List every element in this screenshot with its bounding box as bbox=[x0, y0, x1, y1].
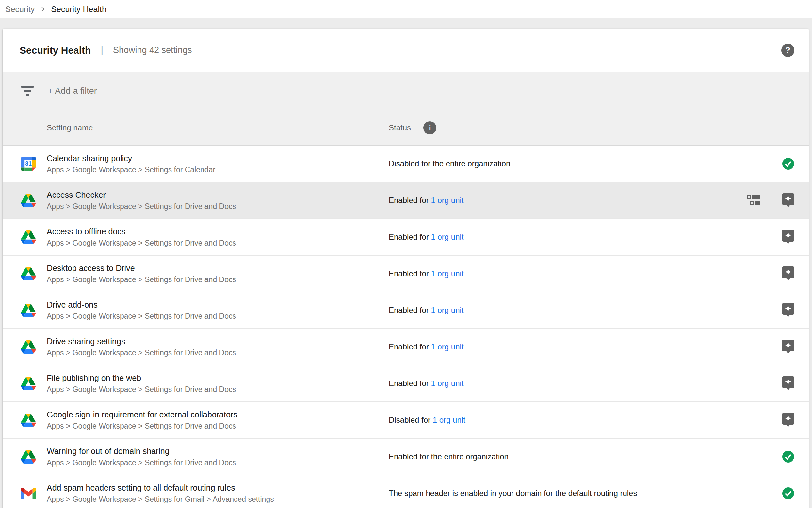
column-status: Status bbox=[389, 123, 411, 132]
table-row[interactable]: Google sign-in requirement for external … bbox=[3, 402, 809, 439]
setting-title: Desktop access to Drive bbox=[47, 263, 236, 273]
setting-title: Access to offline docs bbox=[47, 226, 236, 237]
table-row[interactable]: File publishing on the web Apps > Google… bbox=[3, 366, 809, 402]
setting-status: Enabled for 1 org unit bbox=[389, 379, 464, 388]
breadcrumb-current: Security Health bbox=[51, 5, 106, 14]
calendar-icon: 31 bbox=[21, 156, 36, 171]
status-ok-icon bbox=[782, 450, 794, 464]
org-unit-link[interactable]: 1 org unit bbox=[431, 232, 464, 241]
help-icon[interactable]: ? bbox=[781, 44, 794, 57]
drive-icon bbox=[21, 376, 36, 391]
table-row[interactable]: Desktop access to Drive Apps > Google Wo… bbox=[3, 256, 809, 292]
filter-icon bbox=[21, 86, 34, 96]
status-ok-icon bbox=[782, 157, 794, 171]
setting-title: Calendar sharing policy bbox=[47, 153, 215, 163]
setting-path: Apps > Google Workspace > Settings for D… bbox=[47, 311, 236, 321]
org-unit-link[interactable]: 1 org unit bbox=[431, 306, 464, 314]
recommendation-flag-icon[interactable] bbox=[782, 303, 794, 318]
table-row[interactable]: Access to offline docs Apps > Google Wor… bbox=[3, 219, 809, 256]
add-filter-control[interactable]: + Add a filter bbox=[3, 72, 809, 110]
setting-title: Drive add-ons bbox=[47, 300, 236, 310]
recommendation-flag-icon[interactable] bbox=[782, 230, 794, 244]
settings-count: Showing 42 settings bbox=[113, 45, 192, 55]
setting-title: Access Checker bbox=[47, 190, 236, 200]
drive-icon bbox=[21, 449, 36, 464]
setting-status: Disabled for the entire organization bbox=[389, 159, 510, 168]
setting-path: Apps > Google Workspace > Settings for D… bbox=[47, 458, 236, 467]
setting-status: Enabled for 1 org unit bbox=[389, 269, 464, 278]
title-separator: | bbox=[101, 45, 103, 55]
setting-path: Apps > Google Workspace > Settings for G… bbox=[47, 494, 274, 504]
setting-path: Apps > Google Workspace > Settings for D… bbox=[47, 201, 236, 211]
setting-status: Enabled for 1 org unit bbox=[389, 306, 464, 315]
drive-icon bbox=[21, 193, 36, 208]
setting-status: Enabled for 1 org unit bbox=[389, 232, 464, 242]
drive-icon bbox=[21, 229, 36, 245]
org-units-icon bbox=[747, 195, 760, 206]
table-row[interactable]: Access Checker Apps > Google Workspace >… bbox=[3, 182, 809, 219]
table-row[interactable]: Add spam headers setting to all default … bbox=[3, 475, 809, 508]
table-row[interactable]: Drive sharing settings Apps > Google Wor… bbox=[3, 329, 809, 366]
org-unit-link[interactable]: 1 org unit bbox=[431, 196, 464, 205]
setting-path: Apps > Google Workspace > Settings for C… bbox=[47, 165, 215, 175]
org-unit-link[interactable]: 1 org unit bbox=[433, 416, 466, 424]
table-header: Setting name Status i bbox=[3, 110, 809, 146]
setting-status: The spam header is enabled in your domai… bbox=[389, 489, 637, 498]
org-unit-link[interactable]: 1 org unit bbox=[431, 342, 464, 351]
setting-title: File publishing on the web bbox=[47, 373, 236, 383]
setting-status: Enabled for 1 org unit bbox=[389, 342, 464, 351]
recommendation-flag-icon[interactable] bbox=[782, 340, 794, 354]
drive-icon bbox=[21, 339, 36, 354]
setting-title: Warning for out of domain sharing bbox=[47, 446, 236, 456]
setting-path: Apps > Google Workspace > Settings for D… bbox=[47, 421, 237, 431]
setting-status: Enabled for the entire organization bbox=[389, 452, 509, 461]
setting-title: Google sign-in requirement for external … bbox=[47, 410, 237, 420]
status-info-icon[interactable]: i bbox=[423, 121, 436, 134]
chevron-right-icon bbox=[39, 6, 46, 13]
drive-icon bbox=[21, 266, 36, 281]
org-unit-link[interactable]: 1 org unit bbox=[431, 269, 464, 278]
drive-icon bbox=[21, 303, 36, 318]
org-unit-link[interactable]: 1 org unit bbox=[431, 379, 464, 388]
setting-status: Disabled for 1 org unit bbox=[389, 416, 466, 425]
settings-table-body: 31 Calendar sharing policy Apps > Google… bbox=[3, 146, 809, 508]
setting-path: Apps > Google Workspace > Settings for D… bbox=[47, 274, 236, 284]
setting-title: Add spam headers setting to all default … bbox=[47, 483, 274, 493]
recommendation-flag-icon[interactable] bbox=[782, 193, 794, 208]
card-header: Security Health | Showing 42 settings ? bbox=[3, 29, 809, 72]
gmail-icon bbox=[21, 486, 36, 501]
setting-status: Enabled for 1 org unit bbox=[389, 196, 464, 205]
setting-path: Apps > Google Workspace > Settings for D… bbox=[47, 348, 236, 357]
security-health-card: Security Health | Showing 42 settings ? … bbox=[3, 29, 809, 508]
breadcrumb-parent-link[interactable]: Security bbox=[5, 5, 35, 14]
svg-text:31: 31 bbox=[25, 161, 32, 167]
setting-path: Apps > Google Workspace > Settings for D… bbox=[47, 384, 236, 394]
setting-title: Drive sharing settings bbox=[47, 336, 236, 346]
table-row[interactable]: Warning for out of domain sharing Apps >… bbox=[3, 439, 809, 475]
table-row[interactable]: 31 Calendar sharing policy Apps > Google… bbox=[3, 146, 809, 182]
recommendation-flag-icon[interactable] bbox=[782, 376, 794, 391]
column-setting-name: Setting name bbox=[47, 123, 93, 132]
recommendation-flag-icon[interactable] bbox=[782, 413, 794, 427]
add-filter-label[interactable]: + Add a filter bbox=[48, 86, 97, 96]
page-title: Security Health bbox=[19, 45, 91, 56]
breadcrumb: Security Security Health bbox=[0, 0, 812, 18]
status-ok-icon bbox=[782, 486, 794, 501]
table-row[interactable]: Drive add-ons Apps > Google Workspace > … bbox=[3, 292, 809, 329]
drive-icon bbox=[21, 413, 36, 428]
recommendation-flag-icon[interactable] bbox=[782, 266, 794, 281]
setting-path: Apps > Google Workspace > Settings for D… bbox=[47, 238, 236, 248]
